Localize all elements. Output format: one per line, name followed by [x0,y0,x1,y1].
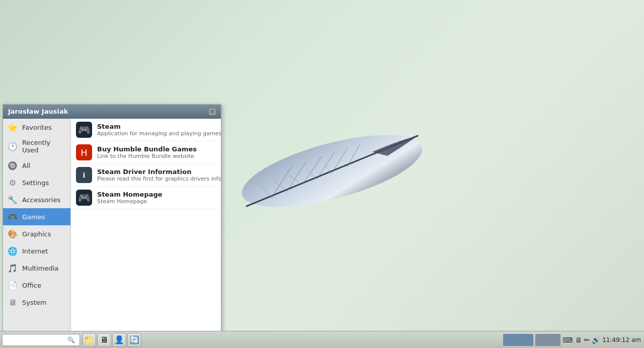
taskbar-active-window[interactable] [503,334,533,346]
refresh-icon: 🔄 [129,335,139,344]
sidebar-item-recently-used[interactable]: 🕐 Recently Used [3,136,70,157]
pencil-icon[interactable]: ✏ [584,336,590,344]
volume-icon[interactable]: 🔊 [592,336,600,344]
content-item-steam-driver[interactable]: ℹ Steam Driver Information Please read t… [71,164,221,187]
steam-driver-title: Steam Driver Information [97,168,221,176]
taskbar-app-refresh[interactable]: 🔄 [127,333,141,347]
taskbar-clock: 11:49:12 am [602,336,641,343]
games-icon: 🎮 [7,211,18,222]
multimedia-icon: 🎵 [7,263,18,274]
content-item-steam-homepage[interactable]: 🎮 Steam Homepage Steam Homepage [71,187,221,209]
accessories-icon: 🔧 [7,194,18,205]
steam-homepage-title: Steam Homepage [97,191,216,198]
taskbar-right: ⌨ 🖥 ✏ 🔊 11:49:12 am [503,334,644,346]
content-item-humble[interactable]: H Buy Humble Bundle Games Link to the Hu… [71,141,221,164]
taskbar-app-buttons: 📁 🖥 👤 🔄 [82,333,141,347]
svg-line-9 [274,181,287,191]
menu-content: 🎮 Steam Application for managing and pla… [71,119,221,335]
svg-line-5 [317,152,335,179]
sidebar-item-internet[interactable]: 🌐 Internet [3,242,70,259]
svg-line-8 [262,186,272,198]
sidebar-item-settings[interactable]: ⚙ Settings [3,174,70,191]
sidebar-item-system[interactable]: 🖥 System [3,294,70,311]
svg-line-10 [289,175,302,185]
sidebar-label-all: All [22,162,30,169]
internet-icon: 🌐 [7,245,18,256]
svg-line-7 [347,145,360,167]
sidebar-item-all[interactable]: 🔘 All [3,157,70,174]
steam-homepage-desc: Steam Homepage [97,198,216,205]
recently-used-icon: 🕐 [7,141,18,152]
sidebar-item-office[interactable]: 📄 Office [3,277,70,294]
keyboard-icon[interactable]: ⌨ [562,336,573,344]
humble-app-icon: H [76,144,92,160]
svg-line-2 [272,166,292,198]
taskbar: 🔍 📁 🖥 👤 🔄 ⌨ 🖥 ✏ 🔊 11:49:12 am [0,331,644,348]
humble-app-title: Buy Humble Bundle Games [97,145,216,153]
display-icon[interactable]: 🖥 [575,336,582,344]
system-icon: 🖥 [7,297,18,308]
sidebar-label-office: Office [22,282,41,289]
sidebar-label-games: Games [22,213,45,221]
sidebar-item-multimedia[interactable]: 🎵 Multimedia [3,259,70,277]
sidebar-item-accessories[interactable]: 🔧 Accessories [3,191,70,208]
app-menu: Jarosław Jausiak × ⭐ Favorites 🕐 Recentl… [3,104,221,335]
taskbar-app-browser[interactable]: 🖥 [97,333,111,347]
steam-app-title: Steam [97,123,221,130]
favorites-icon: ⭐ [7,122,18,133]
taskbar-search-box[interactable]: 🔍 [2,334,80,346]
sidebar-item-favorites[interactable]: ⭐ Favorites [3,119,70,136]
graphics-icon: 🎨 [7,228,18,239]
svg-line-4 [302,156,322,185]
search-icon: 🔍 [67,336,75,343]
steam-app-text: Steam Application for managing and playi… [97,123,221,137]
person-icon: 👤 [114,335,124,344]
sidebar-item-graphics[interactable]: 🎨 Graphics [3,225,70,242]
sidebar-item-games[interactable]: 🎮 Games [3,208,70,225]
taskbar-system-icons: ⌨ 🖥 ✏ 🔊 [562,336,600,344]
search-input[interactable] [5,336,67,343]
menu-username: Jarosław Jausiak [8,108,68,115]
steam-driver-text: Steam Driver Information Please read thi… [97,168,221,182]
files-icon: 📁 [84,335,94,344]
humble-app-text: Buy Humble Bundle Games Link to the Humb… [97,145,216,159]
steam-homepage-text: Steam Homepage Steam Homepage [97,191,216,205]
sidebar-label-graphics: Graphics [22,230,51,238]
settings-icon: ⚙ [7,177,18,188]
steam-app-desc: Application for managing and playing gam… [97,130,221,137]
all-icon: 🔘 [7,160,18,171]
sidebar-label-internet: Internet [22,247,48,255]
content-item-steam[interactable]: 🎮 Steam Application for managing and pla… [71,119,221,141]
menu-body: ⭐ Favorites 🕐 Recently Used 🔘 All ⚙ Sett… [3,119,221,335]
sidebar-label-multimedia: Multimedia [22,265,58,272]
menu-sidebar: ⭐ Favorites 🕐 Recently Used 🔘 All ⚙ Sett… [3,119,71,335]
taskbar-window2[interactable] [535,334,560,346]
humble-app-desc: Link to the Humble Bundle website [97,153,216,159]
svg-line-1 [247,136,418,206]
taskbar-app-person[interactable]: 👤 [112,333,126,347]
sidebar-label-accessories: Accessories [22,196,60,204]
office-icon: 📄 [7,280,18,291]
steam-driver-icon: ℹ [76,167,92,183]
sidebar-label-system: System [22,299,46,306]
svg-line-3 [287,161,307,191]
menu-header: Jarosław Jausiak × [3,105,221,119]
browser-icon: 🖥 [100,335,108,344]
desktop-feather [231,116,433,228]
svg-line-11 [307,170,317,179]
svg-line-6 [332,148,347,173]
sidebar-label-settings: Settings [22,179,49,187]
menu-close-button[interactable]: × [209,108,216,115]
steam-app-icon: 🎮 [76,122,92,138]
steam-driver-desc: Please read this first for graphics driv… [97,176,221,182]
steam-homepage-icon: 🎮 [76,190,92,206]
sidebar-label-favorites: Favorites [22,124,52,131]
taskbar-app-files[interactable]: 📁 [82,333,96,347]
svg-point-0 [235,120,429,222]
svg-line-12 [325,166,332,173]
sidebar-label-recently-used: Recently Used [22,139,66,154]
